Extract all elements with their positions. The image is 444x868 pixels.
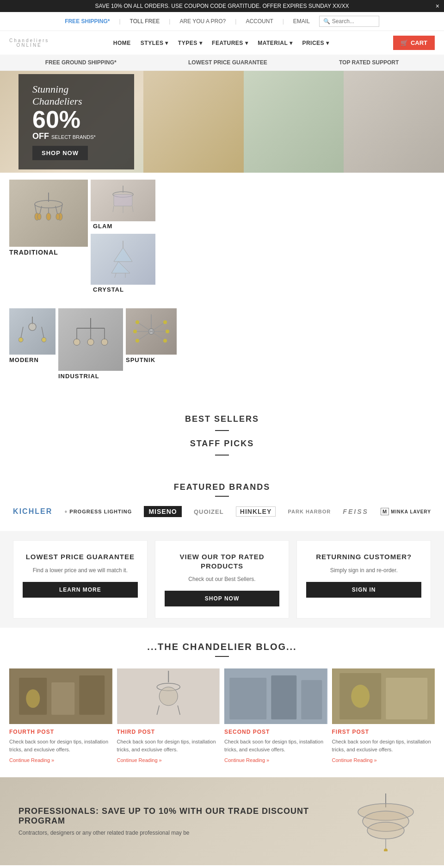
blog-read-more-2[interactable]: Continue Reading » [224, 757, 269, 763]
hero-img-2 [244, 71, 344, 173]
brand-kichler[interactable]: KICHLER [13, 507, 52, 516]
nav-material[interactable]: MATERIAL ▾ [254, 37, 296, 49]
svg-rect-64 [271, 675, 296, 719]
hero-images [143, 71, 444, 173]
category-section: TRADITIONAL GLAM [0, 173, 444, 398]
svg-point-49 [133, 330, 137, 333]
blog-read-more-1[interactable]: Continue Reading » [117, 757, 162, 763]
svg-point-45 [136, 320, 139, 324]
brand-parkharbor[interactable]: PARK HARBOR [288, 509, 331, 514]
pro-chandelier-svg [349, 791, 423, 851]
hero-off-text: OFF [32, 131, 49, 141]
search-input[interactable] [332, 18, 378, 25]
value-desc-0: Find a lower price and we will match it. [23, 567, 138, 574]
svg-rect-14 [114, 194, 132, 206]
value-btn-1[interactable]: SHOP NOW [165, 591, 280, 606]
brands-row: KICHLER + PROGRESS LIGHTING MISENO QUOIZ… [9, 506, 435, 517]
blog-post-0[interactable]: FOURTH POST Check back soon for design t… [9, 668, 112, 763]
hero-shop-button[interactable]: SHOP NOW [32, 146, 88, 160]
value-card-top-rated: VIEW OUR TOP RATED PRODUCTS Check out ou… [155, 540, 290, 618]
blog-img-svg-1 [117, 668, 220, 724]
svg-line-41 [137, 331, 151, 341]
blog-img-0 [9, 668, 112, 724]
svg-point-36 [101, 339, 108, 345]
nav-styles[interactable]: STYLES ▾ [137, 37, 172, 49]
blog-img-svg-3 [332, 668, 435, 724]
svg-marker-20 [111, 262, 130, 273]
svg-point-46 [163, 320, 167, 324]
category-glam-label: GLAM [91, 221, 155, 231]
blog-post-title-0: FOURTH POST [9, 729, 112, 735]
pro-banner-text: PROFESSIONALS: SAVE UP TO 10% WITH OUR T… [18, 806, 309, 836]
blog-img-2 [224, 668, 327, 724]
announcement-text: SAVE 10% ON ALL ORDERS. USE COUPON CODE … [95, 3, 349, 9]
category-traditional[interactable]: TRADITIONAL [9, 180, 88, 256]
value-btn-2[interactable]: SIGN IN [306, 582, 421, 598]
best-sellers-divider [215, 430, 229, 431]
blog-divider [215, 656, 229, 657]
blog-post-title-3: FIRST POST [332, 729, 435, 735]
value-title-1: VIEW OUR TOP RATED PRODUCTS [165, 552, 280, 570]
close-icon[interactable]: × [436, 2, 439, 10]
blog-post-desc-2: Check back soon for design tips, install… [224, 738, 327, 753]
blog-post-2[interactable]: SECOND POST Check back soon for design t… [224, 668, 327, 763]
search-box[interactable]: 🔍 [319, 16, 379, 27]
svg-rect-53 [51, 682, 74, 715]
account-link[interactable]: ACCOUNT [246, 18, 273, 25]
best-sellers-tab[interactable]: BEST SELLERS [9, 412, 435, 426]
nav-home[interactable]: HOME [110, 37, 135, 49]
category-crystal-label: CRYSTAL [91, 285, 155, 294]
hero-overlay: Stunning Chandeliers 60% OFF SELECT BRAN… [18, 74, 134, 169]
value-btn-0[interactable]: LEARN MORE [23, 582, 138, 598]
category-crystal[interactable]: CRYSTAL [91, 234, 155, 294]
are-you-pro-link[interactable]: ARE YOU A PRO? [179, 18, 226, 25]
blog-read-more-0[interactable]: Continue Reading » [9, 757, 54, 763]
brand-progress[interactable]: + PROGRESS LIGHTING [64, 509, 132, 514]
brand-feiss[interactable]: FEISS [343, 508, 368, 515]
shipping-item2: LOWEST PRICE GUARANTEE [188, 59, 267, 66]
blog-read-more-3[interactable]: Continue Reading » [332, 757, 377, 763]
blog-post-1[interactable]: THIRD POST Check back soon for design ti… [117, 668, 220, 763]
value-desc-2: Simply sign in and re-order. [306, 567, 421, 574]
blog-post-title-2: SECOND POST [224, 729, 327, 735]
nav-types[interactable]: TYPES ▾ [174, 37, 206, 49]
svg-point-9 [46, 213, 51, 220]
hero-img-3 [344, 71, 444, 173]
value-title-2: RETURNING CUSTOMER? [306, 552, 421, 562]
blog-img-3 [332, 668, 435, 724]
svg-rect-68 [386, 678, 427, 719]
category-modern[interactable]: MODERN [9, 308, 56, 363]
staff-picks-tab[interactable]: STAFF PICKS [9, 437, 435, 451]
free-shipping-label[interactable]: FREE SHIPPING* [65, 18, 110, 25]
svg-line-42 [151, 331, 165, 341]
category-glam[interactable]: GLAM [91, 180, 155, 231]
logo-text: Chandeliers [9, 38, 49, 43]
brands-divider [215, 496, 229, 497]
blog-img-1 [117, 668, 220, 724]
svg-point-11 [56, 213, 60, 220]
svg-point-50 [166, 330, 169, 333]
svg-line-25 [21, 327, 23, 338]
cart-button[interactable]: 🛒 CART [393, 36, 435, 50]
nav-prices[interactable]: PRICES ▾ [298, 37, 333, 49]
svg-point-47 [136, 339, 139, 343]
logo[interactable]: Chandeliers ONLINE [9, 38, 49, 48]
svg-point-48 [163, 339, 167, 343]
value-title-0: LOWEST PRICE GUARANTEE [23, 552, 138, 562]
brand-miseno[interactable]: MISENO [144, 506, 181, 517]
svg-line-21 [115, 273, 116, 278]
blog-post-3[interactable]: FIRST POST Check back soon for design ti… [332, 668, 435, 763]
category-sputnik[interactable]: SPUTNIK [126, 308, 177, 363]
brand-quoizel[interactable]: QUOIZEL [194, 508, 224, 515]
hero-heading: Stunning Chandeliers [32, 83, 120, 107]
email-link[interactable]: EMAIL [293, 18, 310, 25]
section-tabs: BEST SELLERS STAFF PICKS [0, 398, 444, 464]
cart-icon: 🛒 [401, 39, 408, 46]
svg-point-27 [18, 337, 23, 342]
category-industrial[interactable]: INDUSTRIAL [58, 308, 123, 380]
svg-line-26 [42, 327, 44, 338]
nav-features[interactable]: FEATURES ▾ [208, 37, 252, 49]
brand-minka[interactable]: M MINKA LAVERY [381, 509, 431, 514]
brand-hinkley[interactable]: HINKLEY [236, 506, 276, 517]
pro-banner-desc: Contractors, designers or any other rela… [18, 830, 309, 836]
